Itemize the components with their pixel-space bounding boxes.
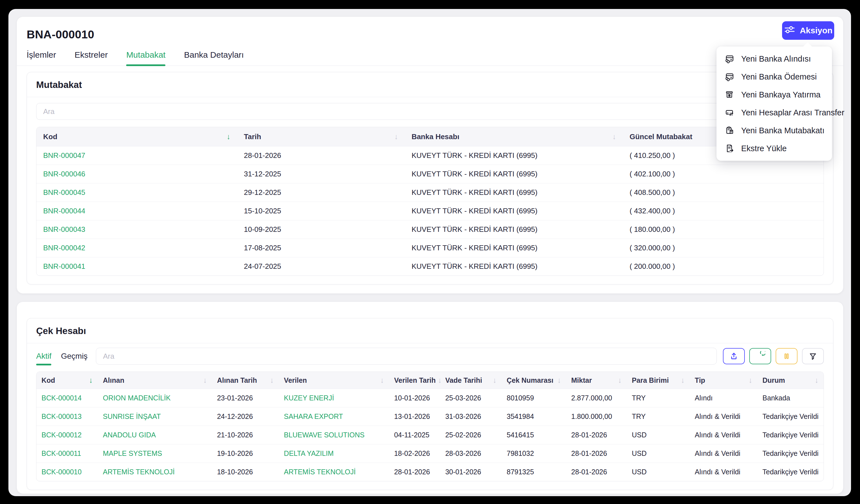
sort-icon[interactable]: ↓ [681, 376, 685, 385]
sort-icon[interactable]: ↓ [618, 376, 622, 385]
bank-deposit-icon [724, 89, 735, 100]
column-header-miktar[interactable]: Miktar↓ [566, 372, 627, 389]
record-code-link[interactable]: BNR-000042 [37, 239, 237, 257]
column-header-vade-tarihi[interactable]: Vade Tarihi↓ [440, 372, 501, 389]
menu-item[interactable]: Yeni Bankaya Yatırma [716, 86, 832, 104]
action-dropdown-menu: Yeni Banka Alındısı Yeni Banka Ödemesi Y… [716, 46, 832, 161]
date-cell: 10-09-2025 [237, 220, 405, 239]
type-cell: Alındı & Verildi [690, 462, 757, 481]
record-code-link[interactable]: BNR-000045 [37, 183, 237, 202]
sort-icon[interactable]: ↓ [612, 132, 616, 141]
given-to-link[interactable]: DELTA YAZILIM [279, 444, 389, 462]
bank-account-cell: KUVEYT TÜRK - KREDİ KARTI (6995) [405, 202, 623, 220]
bank-account-cell: KUVEYT TÜRK - KREDİ KARTI (6995) [405, 257, 623, 276]
pause-button[interactable] [776, 348, 798, 364]
due-date-cell: 25-03-2026 [440, 389, 501, 407]
column-header-alinan-tarih[interactable]: Alınan Tarih↓ [212, 372, 279, 389]
sort-icon[interactable]: ↓ [815, 376, 819, 385]
subtab-gecmis[interactable]: Geçmiş [61, 352, 87, 361]
pause-icon [782, 351, 792, 361]
menu-item[interactable]: Yeni Banka Mutabakatı [716, 121, 832, 139]
given-date-cell: 04-11-2025 [389, 426, 440, 444]
sort-icon[interactable]: ↓ [749, 376, 752, 385]
mutabakat-table-row: BNR-000042 17-08-2025 KUVEYT TÜRK - KRED… [37, 239, 823, 257]
given-to-link[interactable]: KUZEY ENERJİ [279, 389, 389, 407]
cek-table-row: BCK-000010 ARTEMİS TEKNOLOJİ 18-10-2026 … [37, 462, 823, 481]
sort-desc-active-icon[interactable]: ↓ [89, 376, 93, 385]
sliders-icon [784, 25, 796, 36]
cek-header-row: Kod↓ Alınan↓ Alınan Tarih↓ Verilen↓ Veri… [37, 372, 823, 389]
column-header-verilen[interactable]: Verilen↓ [279, 372, 389, 389]
sort-icon[interactable]: ↓ [380, 376, 384, 385]
sort-desc-active-icon[interactable]: ↓ [227, 132, 231, 141]
subtab-aktif[interactable]: Aktif [36, 352, 51, 361]
column-header-tarih[interactable]: Tarih↓ [237, 127, 405, 146]
reconciliation-amount-cell: ( 402.100,00 ) [623, 165, 823, 183]
sort-icon[interactable]: ↓ [493, 376, 497, 385]
cek-table-row: BCK-000012 ANADOLU GIDA 21-10-2026 BLUEW… [37, 426, 823, 444]
column-header-alinan[interactable]: Alınan↓ [98, 372, 212, 389]
record-code-link[interactable]: BNR-000041 [37, 257, 237, 276]
sort-icon[interactable]: ↓ [395, 132, 398, 141]
given-to-link[interactable]: BLUEWAVE SOLUTIONS [279, 426, 389, 444]
sort-icon[interactable]: ↓ [438, 376, 442, 385]
mutabakat-search-input[interactable] [36, 103, 824, 120]
record-code-link[interactable]: BNR-000043 [37, 220, 237, 239]
menu-item[interactable]: Yeni Banka Alındısı [716, 50, 832, 68]
received-from-link[interactable]: SUNRISE İNŞAAT [98, 407, 212, 426]
cek-table-row: BCK-000011 MAPLE SYSTEMS 19-10-2026 DELT… [37, 444, 823, 462]
received-from-link[interactable]: ANADOLU GIDA [98, 426, 212, 444]
tab-ekstreler[interactable]: Ekstreler [74, 50, 108, 65]
amount-cell: 2.877.000,00 [566, 389, 627, 407]
sort-icon[interactable]: ↓ [557, 376, 561, 385]
check-code-link[interactable]: BCK-000010 [37, 462, 98, 481]
record-code-link[interactable]: BNR-000047 [37, 146, 237, 165]
type-cell: Alındı [690, 389, 757, 407]
given-date-cell: 18-02-2026 [389, 444, 440, 462]
refresh-button[interactable] [749, 348, 771, 364]
bank-receipt-icon [724, 54, 735, 64]
account-transfer-icon [724, 107, 735, 118]
cek-hesabi-panel-title: Çek Hesabı [27, 318, 833, 343]
record-code-link[interactable]: BNR-000046 [37, 165, 237, 183]
upload-icon [729, 351, 739, 361]
received-from-link[interactable]: ARTEMİS TEKNOLOJİ [98, 462, 212, 481]
sort-icon[interactable]: ↓ [270, 376, 274, 385]
type-cell: Alındı & Verildi [690, 444, 757, 462]
reconciliation-amount-cell: ( 180.000,00 ) [623, 220, 823, 239]
menu-item[interactable]: Yeni Banka Ödemesi [716, 68, 832, 86]
menu-item-label: Ekstre Yükle [741, 144, 787, 153]
mutabakat-table-row: BNR-000047 28-01-2026 KUVEYT TÜRK - KRED… [37, 146, 823, 165]
filter-button[interactable] [802, 348, 824, 364]
column-header-kod[interactable]: Kod↓ [37, 372, 98, 389]
check-code-link[interactable]: BCK-000013 [37, 407, 98, 426]
given-to-link[interactable]: ARTEMİS TEKNOLOJİ [279, 462, 389, 481]
check-code-link[interactable]: BCK-000011 [37, 444, 98, 462]
column-header-cek-numarasi[interactable]: Çek Numarası↓ [501, 372, 566, 389]
tab-islemler[interactable]: İşlemler [27, 50, 56, 65]
check-code-link[interactable]: BCK-000012 [37, 426, 98, 444]
column-header-para-birimi[interactable]: Para Birimi↓ [627, 372, 690, 389]
column-header-tip[interactable]: Tip↓ [690, 372, 757, 389]
export-button[interactable] [723, 348, 745, 364]
tab-banka-detaylari[interactable]: Banka Detayları [184, 50, 244, 65]
received-from-link[interactable]: ORION MADENCİLİK [98, 389, 212, 407]
given-to-link[interactable]: SAHARA EXPORT [279, 407, 389, 426]
tab-mutabakat[interactable]: Mutabakat [126, 50, 166, 65]
column-header-verilen-tarih[interactable]: Verilen Tarih↓ [389, 372, 440, 389]
received-from-link[interactable]: MAPLE SYSTEMS [98, 444, 212, 462]
column-header-durum[interactable]: Durum↓ [757, 372, 823, 389]
record-code-link[interactable]: BNR-000044 [37, 202, 237, 220]
amount-cell: 28-01-2026 [566, 444, 627, 462]
check-code-link[interactable]: BCK-000014 [37, 389, 98, 407]
check-number-cell: 8010959 [501, 389, 566, 407]
menu-item[interactable]: Yeni Hesaplar Arası Transfer [716, 104, 832, 121]
aksiyon-button[interactable]: Aksiyon [782, 21, 834, 40]
menu-item[interactable]: Ekstre Yükle [716, 139, 832, 157]
cek-search-input[interactable] [96, 348, 717, 365]
received-date-cell: 21-10-2026 [212, 426, 279, 444]
sort-icon[interactable]: ↓ [203, 376, 207, 385]
reconciliation-amount-cell: ( 320.000,00 ) [623, 239, 823, 257]
column-header-banka-hesabi[interactable]: Banka Hesabı↓ [405, 127, 623, 146]
column-header-kod[interactable]: Kod↓ [37, 127, 237, 146]
